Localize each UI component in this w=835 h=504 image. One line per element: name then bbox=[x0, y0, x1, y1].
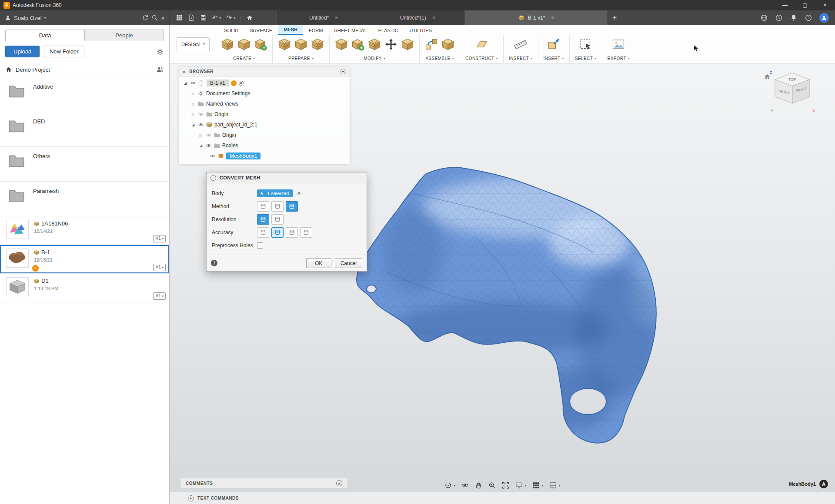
project-name[interactable]: Demo Project bbox=[16, 66, 50, 73]
group-label[interactable]: INSERT▾ bbox=[544, 56, 564, 62]
people-share-icon[interactable] bbox=[156, 66, 164, 73]
viewports-icon[interactable] bbox=[549, 481, 557, 489]
expand-icon[interactable]: ◢ bbox=[190, 123, 196, 127]
close-tab-icon[interactable]: × bbox=[432, 15, 435, 21]
doc-tab-untitled-1[interactable]: Untitled*(1) × bbox=[371, 10, 464, 25]
generate-face-groups-icon[interactable] bbox=[278, 38, 291, 51]
folder-row-paramesh[interactable]: Paramesh bbox=[0, 182, 169, 216]
group-label[interactable]: PREPARE▾ bbox=[288, 56, 314, 62]
plane-cut-icon[interactable] bbox=[368, 38, 381, 51]
insert-mesh-icon[interactable] bbox=[221, 38, 234, 51]
job-status-icon[interactable] bbox=[775, 14, 783, 22]
minimize-panel-icon[interactable]: − bbox=[341, 69, 346, 74]
tree-row-document-settings[interactable]: ▷ Document Settings bbox=[179, 88, 350, 99]
expand-icon[interactable]: ▷ bbox=[198, 133, 204, 137]
export-icon[interactable] bbox=[612, 38, 625, 51]
folder-row-others[interactable]: Others bbox=[0, 147, 169, 182]
item-row-1a181n06[interactable]: 1A181N06 12/14/21 V1 ▾ bbox=[0, 216, 169, 245]
chevron-down-icon[interactable]: ▾ bbox=[454, 484, 455, 487]
notifications-icon[interactable] bbox=[790, 14, 798, 22]
dialog-header[interactable]: − CONVERT MESH bbox=[207, 172, 367, 183]
item-row-b1-selected[interactable]: B-1 12/15/21 ✎ V1 ▾ bbox=[0, 245, 169, 274]
chevron-down-icon[interactable]: ▾ bbox=[559, 484, 561, 487]
maximize-button[interactable]: ▢ bbox=[795, 0, 815, 10]
remesh-icon[interactable] bbox=[335, 38, 348, 51]
group-label[interactable]: ASSEMBLE▾ bbox=[425, 56, 454, 62]
undo-icon[interactable]: ↶ bbox=[212, 14, 218, 22]
autodesk-assistant-icon[interactable]: A bbox=[819, 480, 828, 488]
eye-icon[interactable] bbox=[206, 143, 212, 149]
upload-button[interactable]: Upload bbox=[5, 46, 40, 57]
tree-row-named-views[interactable]: ▷ Named Views bbox=[179, 99, 350, 109]
help-icon[interactable] bbox=[805, 14, 812, 22]
method-option-2[interactable] bbox=[271, 201, 284, 212]
chevron-down-icon[interactable]: ▾ bbox=[524, 484, 526, 487]
convert-mesh-icon[interactable] bbox=[311, 38, 324, 51]
resolution-option-2[interactable] bbox=[271, 214, 284, 225]
measure-icon[interactable] bbox=[514, 38, 527, 51]
version-chip[interactable]: V1 ▾ bbox=[153, 235, 166, 242]
home-icon[interactable] bbox=[5, 66, 12, 73]
tab-people[interactable]: People bbox=[85, 30, 164, 41]
text-commands-bar[interactable]: ▲ TEXT COMMANDS bbox=[170, 492, 835, 504]
comments-bar[interactable]: COMMENTS ▲ bbox=[180, 478, 348, 488]
viewport-canvas[interactable]: « BROWSER − ◢ B-1 v1 ↑ ▷ bbox=[170, 63, 835, 492]
close-button[interactable]: × bbox=[815, 0, 835, 10]
workspace-selector[interactable]: DESIGN ▾ bbox=[177, 37, 210, 51]
ok-button[interactable]: OK bbox=[306, 258, 331, 268]
method-option-3-selected[interactable] bbox=[286, 201, 298, 212]
new-folder-button[interactable]: New Folder bbox=[44, 46, 84, 57]
version-chip[interactable]: V1 ▾ bbox=[153, 292, 166, 300]
tab-data[interactable]: Data bbox=[6, 30, 85, 41]
save-icon[interactable] bbox=[200, 14, 207, 21]
chevron-down-icon[interactable]: ▾ bbox=[234, 16, 235, 20]
group-label[interactable]: SELECT▾ bbox=[575, 56, 597, 62]
file-menu-icon[interactable] bbox=[188, 14, 195, 21]
resolution-option-1-selected[interactable] bbox=[257, 214, 269, 225]
offset-icon[interactable] bbox=[401, 38, 414, 51]
tree-row-origin-2[interactable]: ▷ Origin bbox=[179, 130, 350, 140]
doc-tab-untitled[interactable]: Untitled* × bbox=[277, 10, 371, 25]
repair-icon[interactable] bbox=[294, 38, 307, 51]
home-view-icon[interactable] bbox=[764, 73, 771, 80]
tab-sheet-metal[interactable]: SHEET METAL bbox=[328, 25, 372, 35]
expand-icon[interactable]: ▷ bbox=[190, 92, 196, 96]
fit-icon[interactable] bbox=[501, 481, 509, 489]
tab-plastic[interactable]: PLASTIC bbox=[373, 25, 404, 35]
expand-text-commands-icon[interactable]: ▲ bbox=[188, 495, 194, 501]
group-label[interactable]: CREATE▾ bbox=[233, 56, 255, 62]
eye-icon[interactable] bbox=[210, 153, 216, 159]
tab-form[interactable]: FORM bbox=[303, 25, 328, 35]
create-mesh-icon[interactable] bbox=[237, 38, 250, 51]
expand-icon[interactable]: ◢ bbox=[183, 81, 188, 85]
tab-surface[interactable]: SURFACE bbox=[244, 25, 278, 35]
close-panel-icon[interactable]: × bbox=[161, 14, 165, 22]
eye-icon[interactable] bbox=[198, 122, 204, 128]
joint-icon[interactable] bbox=[441, 38, 454, 51]
preprocess-holes-checkbox[interactable] bbox=[257, 242, 263, 249]
tab-solid[interactable]: SOLID bbox=[218, 25, 244, 35]
collapse-panel-icon[interactable]: « bbox=[183, 69, 186, 75]
minimize-button[interactable]: — bbox=[775, 0, 795, 10]
user-menu[interactable]: Sualp Ozel bbox=[14, 15, 42, 21]
new-component-icon[interactable] bbox=[425, 38, 438, 51]
chevron-down-icon[interactable]: ▾ bbox=[542, 484, 544, 487]
orbit-icon[interactable] bbox=[444, 481, 452, 489]
pan-icon[interactable] bbox=[474, 481, 482, 489]
tab-utilities[interactable]: UTILITIES bbox=[404, 25, 438, 35]
eye-icon[interactable] bbox=[190, 80, 196, 86]
info-icon[interactable]: i bbox=[211, 260, 217, 266]
view-cube[interactable]: TOP FRONT RIGHT Z X Y bbox=[766, 69, 818, 116]
redo-icon[interactable]: ↷ bbox=[227, 14, 232, 22]
tab-mesh[interactable]: MESH bbox=[278, 25, 303, 35]
group-label[interactable]: EXPORT▾ bbox=[608, 56, 630, 62]
tree-row-origin[interactable]: ▷ Origin bbox=[179, 109, 350, 119]
eye-icon[interactable] bbox=[198, 111, 204, 117]
accuracy-option-2-selected[interactable] bbox=[271, 227, 284, 238]
expand-icon[interactable]: ◢ bbox=[198, 144, 204, 148]
refresh-icon[interactable] bbox=[142, 14, 149, 21]
activate-component-radio[interactable] bbox=[239, 81, 244, 86]
accuracy-option-4[interactable] bbox=[300, 227, 312, 238]
home-icon[interactable] bbox=[246, 14, 253, 21]
expand-icon[interactable]: ▷ bbox=[190, 102, 196, 106]
